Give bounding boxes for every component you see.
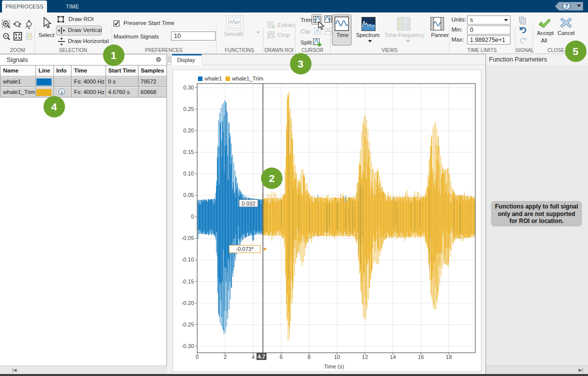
svg-text:8: 8 [308, 354, 310, 360]
svg-text:0.05: 0.05 [184, 192, 194, 198]
svg-text:0: 0 [191, 214, 194, 220]
svg-text:-0.25: -0.25 [182, 322, 194, 328]
svg-text:4: 4 [252, 354, 254, 360]
svg-text:0.10: 0.10 [184, 170, 194, 176]
svg-text:-0.15: -0.15 [182, 278, 194, 284]
svg-text:18: 18 [446, 354, 452, 360]
svg-text:-0.10: -0.10 [182, 256, 194, 262]
svg-text:-0.05: -0.05 [182, 235, 194, 241]
svg-text:-0.30: -0.30 [182, 343, 194, 349]
svg-text:6: 6 [280, 354, 282, 360]
svg-text:0.15: 0.15 [184, 149, 194, 155]
svg-text:0.20: 0.20 [184, 128, 194, 134]
svg-text:10: 10 [334, 354, 340, 360]
svg-text:0.25: 0.25 [184, 106, 194, 112]
svg-text:Time (s): Time (s) [324, 364, 344, 370]
svg-text:0: 0 [196, 354, 198, 360]
svg-text:16: 16 [418, 354, 424, 360]
svg-text:-0.20: -0.20 [182, 300, 194, 306]
svg-text:12: 12 [362, 354, 368, 360]
svg-text:0.30: 0.30 [184, 84, 194, 90]
svg-text:14: 14 [390, 354, 396, 360]
svg-text:2: 2 [224, 354, 226, 360]
